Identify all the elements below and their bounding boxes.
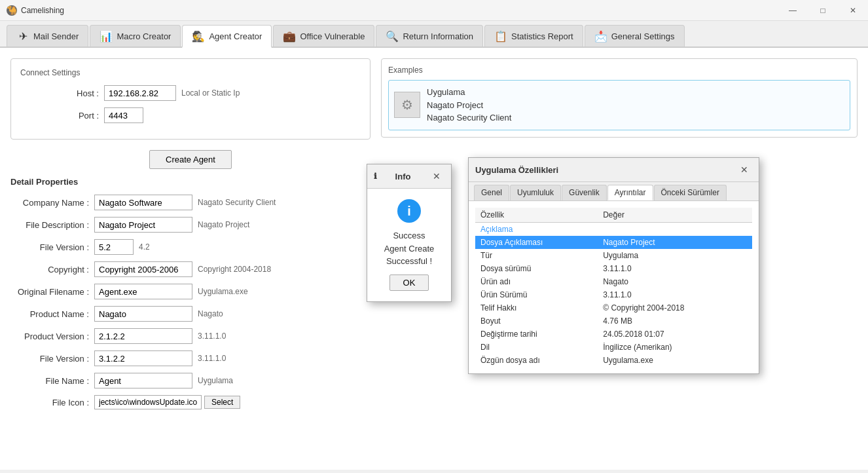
props-key: Telif Hakkı — [475, 301, 598, 314]
file-name-input[interactable] — [94, 373, 192, 388]
col-deger: Değer — [598, 208, 752, 223]
copyright-label: Copyright : — [10, 265, 89, 274]
office-vulnerable-icon: 💼 — [283, 29, 296, 43]
col-ozellik: Özellik — [475, 208, 598, 223]
tab-guvenlik[interactable]: Güvenlik — [562, 185, 607, 200]
props-key: Ürün adı — [475, 275, 598, 288]
file-version2-hint: 3.11.1.0 — [198, 354, 226, 363]
product-version-row: Product Version : 3.11.1.0 — [10, 328, 371, 344]
props-table-header: Özellik Değer — [475, 208, 752, 223]
host-label: Host : — [20, 88, 99, 98]
file-icon-row: File Icon : Select — [10, 395, 371, 409]
left-panel: Connect Settings Host : Local or Static … — [10, 58, 371, 459]
example-item: ⚙ Uygulama Nagato Project Nagato Securit… — [388, 80, 850, 130]
detail-properties-title: Detail Properties — [10, 177, 371, 187]
props-table-row: Dilİngilizce (Amerikan) — [475, 341, 752, 354]
file-version-row: File Version : 4.2 — [10, 239, 371, 255]
props-table-row: Ürün adıNagato — [475, 275, 752, 288]
file-description-hint: Nagato Project — [198, 220, 249, 229]
tab-statistics-report[interactable]: 📋 Statistics Report — [484, 25, 583, 47]
info-success-label: Success Agent Create Successful ! — [378, 229, 441, 268]
info-dialog-close-button[interactable]: ✕ — [429, 168, 444, 184]
props-value: Nagato Project — [598, 236, 752, 249]
props-table-row: Değiştirme tarihi24.05.2018 01:07 — [475, 328, 752, 341]
app-title: Camelishing — [21, 6, 64, 15]
maximize-button[interactable]: □ — [808, 0, 838, 21]
copyright-input[interactable] — [94, 261, 192, 277]
tab-return-information[interactable]: 🔍 Return Information — [376, 25, 483, 47]
file-version-label: File Version : — [10, 242, 89, 252]
minimize-button[interactable]: — — [778, 0, 808, 21]
props-key: Özgün dosya adı — [475, 354, 598, 367]
props-dialog-close-button[interactable]: ✕ — [736, 162, 752, 178]
original-filename-row: Original Filename : Uygulama.exe — [10, 284, 371, 299]
tab-macro-creator[interactable]: 📊 Macro Creator — [90, 25, 181, 47]
product-name-input[interactable] — [94, 306, 192, 322]
window-controls: — □ ✕ — [778, 0, 868, 21]
props-key: Değiştirme tarihi — [475, 328, 598, 341]
tab-uyumluluk[interactable]: Uyumluluk — [510, 185, 561, 200]
host-row: Host : Local or Static Ip — [20, 85, 361, 101]
info-dialog: ℹ Info ✕ i Success Agent Create Successf… — [367, 164, 452, 302]
company-name-input[interactable] — [94, 195, 192, 210]
props-key: Ürün Sürümü — [475, 288, 598, 301]
props-dialog-title: Uygulama Özellikleri — [475, 165, 558, 175]
file-version2-label: File Version : — [10, 354, 89, 364]
props-table: Özellik Değer AçıklamaDosya AçıklamasıNa… — [475, 208, 752, 367]
tab-general-settings[interactable]: 📩 General Settings — [585, 25, 685, 47]
macro-creator-icon: 📊 — [99, 29, 113, 43]
product-version-input[interactable] — [94, 328, 192, 344]
file-description-row: File Description : Nagato Project — [10, 217, 371, 233]
connect-settings-box: Connect Settings Host : Local or Static … — [10, 58, 371, 140]
tab-agent-creator[interactable]: 🕵 Agent Creator — [182, 25, 272, 48]
examples-title: Examples — [388, 66, 850, 75]
file-version-input[interactable] — [94, 239, 134, 255]
props-key: Dosya sürümü — [475, 262, 598, 275]
file-description-input[interactable] — [94, 217, 192, 233]
example-app-icon: ⚙ — [394, 92, 420, 118]
info-dialog-title-bar: ℹ Info ✕ — [367, 164, 451, 189]
statistics-report-icon: 📋 — [494, 29, 507, 43]
file-description-label: File Description : — [10, 220, 89, 230]
props-tabs: Genel Uyumluluk Güvenlik Ayrıntılar Önce… — [469, 182, 759, 201]
props-dialog-title-bar: Uygulama Özellikleri ✕ — [469, 158, 759, 182]
props-value: 4.76 MB — [598, 314, 752, 328]
props-key: Açıklama — [475, 223, 598, 236]
props-value: Uygulama.exe — [598, 354, 752, 367]
select-button[interactable]: Select — [204, 396, 240, 409]
app-icon: 🐪 — [7, 5, 17, 16]
props-value: 3.11.1.0 — [598, 262, 752, 275]
ok-button[interactable]: OK — [389, 274, 429, 291]
agent-creator-icon: 🕵 — [192, 29, 205, 43]
props-table-row: Özgün dosya adıUygulama.exe — [475, 354, 752, 367]
original-filename-input[interactable] — [94, 284, 192, 299]
tab-genel[interactable]: Genel — [474, 185, 509, 200]
copyright-row: Copyright : Copyright 2004-2018 — [10, 261, 371, 277]
original-filename-label: Original Filename : — [10, 287, 89, 297]
info-dialog-icon: ℹ — [374, 172, 377, 181]
props-value: İngilizce (Amerikan) — [598, 341, 752, 354]
file-icon-input-group: Select — [94, 395, 240, 409]
product-name-label: Product Name : — [10, 309, 89, 319]
host-input[interactable] — [104, 85, 176, 101]
port-input[interactable] — [104, 107, 143, 123]
example-line1: Nagato Project — [427, 99, 511, 112]
props-key: Dil — [475, 341, 598, 354]
file-icon-input[interactable] — [94, 395, 202, 409]
examples-box: Examples ⚙ Uygulama Nagato Project Nagat… — [381, 58, 858, 138]
tab-ayrintilar[interactable]: Ayrıntılar — [607, 185, 653, 200]
copyright-hint: Copyright 2004-2018 — [198, 265, 271, 274]
close-button[interactable]: ✕ — [838, 0, 868, 21]
port-row: Port : — [20, 107, 361, 123]
product-version-hint: 3.11.1.0 — [198, 331, 226, 341]
company-name-hint: Nagato Security Client — [198, 198, 276, 207]
tab-mail-sender[interactable]: ✈ Mail Sender — [7, 25, 88, 47]
company-name-label: Company Name : — [10, 198, 89, 208]
example-name: Uygulama — [427, 86, 511, 99]
tab-office-vulnerable[interactable]: 💼 Office Vulnerable — [273, 25, 374, 47]
port-label: Port : — [20, 111, 99, 121]
tab-onceki-surumler[interactable]: Önceki Sürümler — [654, 185, 727, 200]
file-version2-input[interactable] — [94, 350, 192, 366]
create-agent-button[interactable]: Create Agent — [149, 150, 232, 169]
props-table-row: Dosya AçıklamasıNagato Project — [475, 236, 752, 249]
